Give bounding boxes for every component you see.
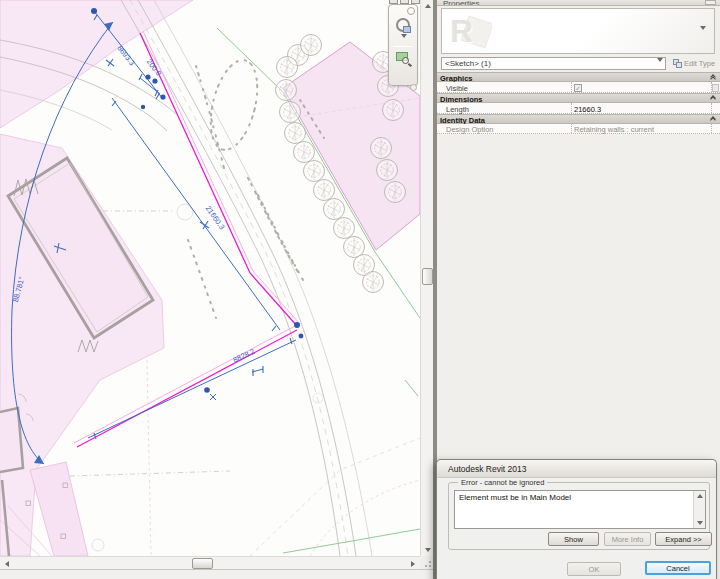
edit-type-icon xyxy=(673,59,682,68)
svg-text:8828.2: 8828.2 xyxy=(232,347,257,365)
witness-x-marker xyxy=(210,394,216,400)
property-row-design-option[interactable]: Design Option Retaining walls : current xyxy=(437,124,720,134)
edit-type-button[interactable]: Edit Type xyxy=(672,57,720,70)
collapse-chevron-icon[interactable] xyxy=(711,96,715,102)
scroll-left-arrow[interactable] xyxy=(1,558,13,569)
type-preview-box: R xyxy=(441,8,715,54)
section-header-graphics[interactable]: Graphics xyxy=(437,72,720,82)
close-icon[interactable] xyxy=(705,0,716,5)
expand-button[interactable]: Expand >> xyxy=(655,532,712,546)
vertical-scroll-thumb[interactable] xyxy=(422,268,433,285)
property-label: Design Option xyxy=(446,125,494,134)
horizontal-scrollbar[interactable] xyxy=(0,556,420,569)
message-scrollbar[interactable] xyxy=(693,491,705,528)
edit-type-label: Edit Type xyxy=(684,59,715,68)
dialog-title: Autodesk Revit 2013 xyxy=(448,464,526,474)
error-dialog: Autodesk Revit 2013 Error - cannot be ig… xyxy=(436,459,717,579)
steering-wheel-icon[interactable] xyxy=(396,18,410,32)
scrollbar-corner-grip xyxy=(420,556,433,569)
property-row-visible[interactable]: Visible ✓ xyxy=(437,82,720,92)
section-header-identity-data[interactable]: Identity Data xyxy=(437,114,720,124)
scroll-down-arrow[interactable] xyxy=(422,544,433,556)
dialog-title-bar[interactable]: Autodesk Revit 2013 xyxy=(437,460,716,478)
preview-dropdown-arrow[interactable] xyxy=(700,30,706,48)
zoom-magnifier-handle xyxy=(408,63,412,67)
cancel-button[interactable]: Cancel xyxy=(645,561,711,575)
property-label: Length xyxy=(446,105,469,114)
horizontal-scroll-thumb[interactable] xyxy=(192,558,213,569)
scroll-right-arrow[interactable] xyxy=(407,558,419,569)
more-info-button: More Info xyxy=(604,532,651,546)
error-groupbox: Error - cannot be ignored Element must b… xyxy=(448,482,710,550)
show-button[interactable]: Show xyxy=(548,532,599,546)
type-selector-value: <Sketch> (1) xyxy=(445,59,491,68)
type-selector-combobox[interactable]: <Sketch> (1) xyxy=(441,57,666,70)
collapse-chevron-icon[interactable] xyxy=(711,75,715,81)
design-option-value: Retaining walls : current xyxy=(574,125,654,134)
properties-panel-title: Properties xyxy=(443,0,479,6)
site-plan-drawing: 8693.3 200.0 21660.3 xyxy=(0,0,420,556)
section-header-dimensions[interactable]: Dimensions xyxy=(437,93,720,103)
ok-button: OK xyxy=(567,562,621,576)
type-selector-row: <Sketch> (1) Edit Type xyxy=(441,57,719,71)
error-group-label: Error - cannot be ignored xyxy=(458,478,547,487)
collapse-chevron-icon[interactable] xyxy=(711,117,715,123)
scroll-up-arrow[interactable] xyxy=(697,494,703,498)
vertical-scrollbar[interactable] xyxy=(420,0,433,556)
visible-checkbox[interactable]: ✓ xyxy=(574,84,582,92)
properties-panel-title-bar[interactable]: Properties xyxy=(437,0,720,6)
revit-app: 8693.3 200.0 21660.3 xyxy=(0,0,720,579)
scroll-down-arrow[interactable] xyxy=(697,521,703,525)
property-label: Visible xyxy=(446,84,468,93)
error-message-box[interactable]: Element must be in Main Model xyxy=(454,490,706,529)
property-row-length[interactable]: Length 21660.3 xyxy=(437,103,720,113)
navbar-options-gear-icon[interactable] xyxy=(407,7,415,15)
navbar-bottom-dot[interactable] xyxy=(410,84,417,91)
navigation-bar xyxy=(388,4,418,86)
svg-text:8693.3: 8693.3 xyxy=(115,44,136,68)
property-grid: Graphics Visible ✓ Dimensions Length 216… xyxy=(437,72,720,134)
length-value[interactable]: 21660.3 xyxy=(574,105,601,114)
drawing-canvas[interactable]: 8693.3 200.0 21660.3 xyxy=(0,0,420,556)
scroll-up-arrow[interactable] xyxy=(422,0,433,12)
navbar-divider xyxy=(393,46,413,47)
error-message: Element must be in Main Model xyxy=(459,493,571,502)
revit-watermark: R xyxy=(448,11,492,51)
row-side-button[interactable] xyxy=(712,84,719,92)
